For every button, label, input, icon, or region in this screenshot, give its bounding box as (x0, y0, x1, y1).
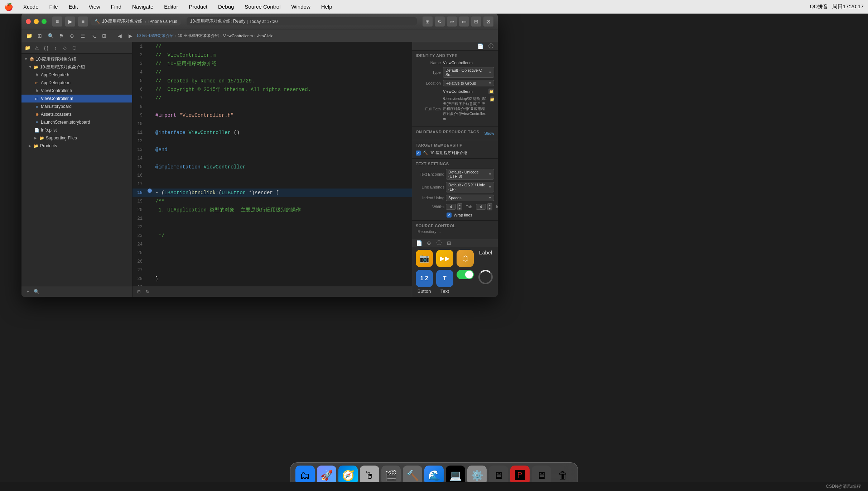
indent-stepper-arrows[interactable]: ▲ ▼ (487, 203, 492, 210)
folder-btn[interactable]: 📁 (24, 31, 34, 40)
editor-mode-single[interactable]: ▭ (459, 16, 469, 27)
widget-toolbar-icon1[interactable]: 📄 (415, 239, 423, 247)
input-method[interactable]: QQ拼音 (810, 4, 828, 10)
editor-mode-split[interactable]: ⊟ (471, 16, 481, 27)
menu-window[interactable]: Window (289, 3, 312, 10)
navigator-panel-toggle[interactable]: ⊞ (423, 16, 433, 27)
add-file-button[interactable]: + (24, 288, 32, 295)
bookmark-btn[interactable]: ⊕ (67, 31, 77, 40)
editor-footer-icon2[interactable]: ↻ (144, 288, 151, 295)
apple-menu[interactable]: 🍎 (4, 3, 13, 11)
next-btn[interactable]: ▶ (126, 31, 135, 40)
sidebar-item-appdelegate-h[interactable]: h AppDelegate.h (21, 71, 132, 79)
branch-btn[interactable]: ⌥ (89, 31, 98, 40)
encoding-dropdown-arrow: ▼ (488, 172, 492, 176)
editor-footer: ⊞ ↻ (132, 286, 412, 297)
sidebar-bookmark-icon[interactable]: ◇ (61, 44, 69, 52)
widget-text[interactable]: T Text (435, 270, 454, 294)
widget-label[interactable]: Label (477, 250, 495, 267)
widget-toolbar-icon2[interactable]: ⊕ (425, 239, 433, 247)
scheme-selector[interactable]: 🔨 10-应用程序对象介绍 › iPhone 6s Plus (91, 17, 181, 25)
sidebar-item-products[interactable]: ▶ 📂 Products (21, 142, 132, 150)
location-browse-btn[interactable]: 📁 (488, 89, 494, 94)
maximize-button[interactable] (42, 19, 47, 24)
breadcrumb-part4[interactable]: -btnClick: (257, 34, 274, 38)
filter-button[interactable]: 🔍 (33, 288, 40, 295)
indent-increment[interactable]: ▲ (487, 203, 492, 207)
widget-toolbar-icon3[interactable]: ⓘ (435, 239, 443, 247)
indent-value[interactable]: 4 (476, 204, 486, 210)
menu-xcode[interactable]: Xcode (21, 3, 41, 10)
sidebar-item-assets[interactable]: ⊕ Assets.xcassets (21, 110, 132, 118)
sidebar-item-group[interactable]: ▼ 📂 10-应用程序对象象介绍 (21, 63, 132, 71)
widget-spinner[interactable] (477, 270, 495, 294)
editor-footer-icon1[interactable]: ⊞ (135, 288, 143, 295)
breakpoint-indicator[interactable] (148, 189, 152, 193)
expand-btn[interactable]: ⊞ (100, 31, 109, 40)
menu-edit[interactable]: Edit (67, 3, 80, 10)
menu-product[interactable]: Product (187, 3, 209, 10)
menu-file[interactable]: File (47, 3, 60, 10)
sidebar-item-main-storyboard[interactable]: ≡ Main.storyboard (21, 103, 132, 110)
sidebar-folder-icon[interactable]: 📁 (24, 44, 32, 52)
type-dropdown[interactable]: Default - Objective-C So... ▼ (443, 67, 494, 78)
menu-editor[interactable]: Editor (162, 3, 180, 10)
widget-camera[interactable]: 📷 (415, 250, 433, 267)
list-btn[interactable]: ☰ (78, 31, 87, 40)
sidebar-search-icon[interactable]: ⬡ (70, 44, 78, 52)
minimize-button[interactable] (34, 19, 39, 24)
tab-value[interactable]: 4 (446, 204, 456, 210)
close-button[interactable] (26, 19, 31, 24)
breadcrumb-part3[interactable]: ViewController.m (223, 34, 253, 38)
sidebar-item-viewcontroller-h[interactable]: h ViewController.h (21, 87, 132, 95)
sidebar-item-info-plist[interactable]: 📄 Info.plist (21, 126, 132, 134)
sidebar-item-root-project[interactable]: ▼ 📦 10-应用程序对象介绍 (21, 55, 132, 63)
inspector-info-icon[interactable]: ⓘ (487, 42, 495, 50)
encoding-dropdown[interactable]: Default - Unicode (UTF-8) ▼ (446, 169, 494, 180)
code-area[interactable]: 1 // 2 // ViewController.m 3 // 10-应用程序对… (132, 42, 412, 286)
target-checkbox[interactable]: ✓ (416, 151, 421, 156)
widget-toolbar-icon4[interactable]: ⊞ (445, 239, 453, 247)
menu-view[interactable]: View (87, 3, 102, 10)
stop-button[interactable]: ■ (78, 16, 88, 27)
refresh-btn[interactable]: ↻ (435, 16, 445, 27)
wrap-checkbox[interactable]: ✓ (447, 213, 452, 218)
back-btn[interactable]: ⇦ (447, 16, 457, 27)
sidebar-symbol-icon[interactable]: { } (42, 44, 50, 52)
tab-increment[interactable]: ▲ (457, 203, 462, 207)
menu-source-control[interactable]: Source Control (242, 3, 283, 10)
indent-decrement[interactable]: ▼ (487, 207, 492, 210)
line-endings-dropdown[interactable]: Default - OS X / Unix (LF) ▼ (446, 182, 494, 192)
show-button[interactable]: Show (484, 131, 494, 135)
sidebar-item-appdelegate-m[interactable]: m AppDelegate.m (21, 79, 132, 87)
widget-toggle[interactable] (456, 270, 474, 294)
flag-btn[interactable]: ⚑ (57, 31, 66, 40)
indent-using-dropdown[interactable]: Spaces ▼ (446, 195, 494, 201)
widget-play[interactable]: ▶▶ (435, 250, 454, 267)
run-button[interactable]: ▶ (65, 16, 75, 27)
editor-mode-version[interactable]: ⊠ (483, 16, 493, 27)
breadcrumb-part2[interactable]: 10-应用程序对象象介绍 (178, 33, 219, 38)
widget-cube[interactable]: ⬡ (456, 250, 474, 267)
tab-stepper-arrows[interactable]: ▲ ▼ (457, 203, 462, 210)
prev-btn[interactable]: ◀ (115, 31, 124, 40)
grid-btn[interactable]: ⊞ (35, 31, 44, 40)
fullpath-browse-btn[interactable]: 📁 (490, 96, 494, 102)
menu-debug[interactable]: Debug (216, 3, 236, 10)
menu-navigate[interactable]: Navigate (130, 3, 155, 10)
breadcrumb-part1[interactable]: 10-应用程序对象介绍 (136, 33, 174, 38)
sidebar-git-icon[interactable]: ↕ (52, 44, 59, 52)
navigator-toggle[interactable]: ≡ (52, 16, 62, 27)
code-editor[interactable]: 1 // 2 // ViewController.m 3 // 10-应用程序对… (132, 42, 412, 297)
location-dropdown[interactable]: Relative to Group ▼ (443, 80, 494, 86)
sidebar-item-launchscreen[interactable]: ≡ LaunchScreen.storyboard (21, 118, 132, 126)
sidebar-item-supporting-files[interactable]: ▶ 📂 Supporting Files (21, 134, 132, 142)
menu-find[interactable]: Find (109, 3, 124, 10)
inspector-file-icon[interactable]: 📄 (476, 42, 484, 50)
sidebar-warning-icon[interactable]: ⚠ (33, 44, 41, 52)
menu-help[interactable]: Help (319, 3, 334, 10)
search-btn[interactable]: 🔍 (46, 31, 55, 40)
tab-decrement[interactable]: ▼ (457, 207, 462, 210)
sidebar-item-viewcontroller-m[interactable]: m ViewController.m (21, 95, 132, 103)
widget-button[interactable]: 1 2 Button (415, 270, 433, 294)
